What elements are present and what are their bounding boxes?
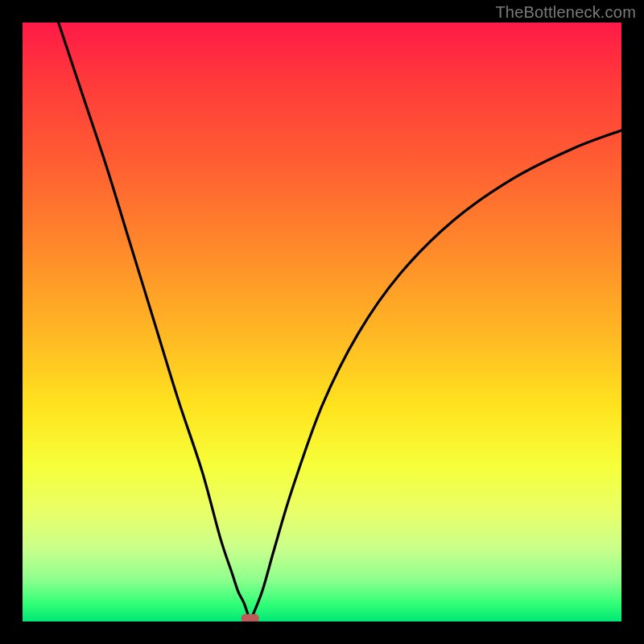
min-marker xyxy=(242,614,259,621)
watermark-text: TheBottleneck.com xyxy=(495,3,636,22)
curve-svg xyxy=(23,23,621,621)
curve-right xyxy=(250,130,621,621)
curve-left xyxy=(59,23,250,621)
chart-frame: TheBottleneck.com xyxy=(0,0,644,644)
plot-area xyxy=(23,23,621,621)
